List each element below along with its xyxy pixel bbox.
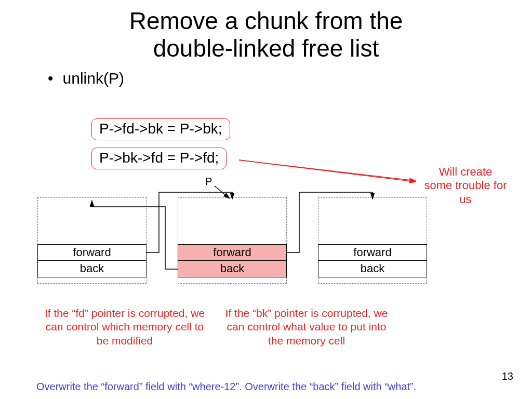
bullet-unlink: unlink(P): [0, 70, 532, 87]
chunk-left-forward: forward: [37, 244, 147, 261]
chunk-left-back: back: [37, 261, 147, 277]
trouble-annotation: Will create some trouble for us: [424, 165, 507, 206]
caption-fd-corrupted: If the “fd” pointer is corrupted, we can…: [42, 307, 208, 348]
svg-line-4: [239, 160, 416, 181]
svg-line-3: [215, 186, 230, 198]
chunk-mid-forward: forward: [178, 244, 287, 261]
linked-list-diagram: forward back forward back forward back: [37, 197, 495, 296]
p-label: P: [205, 176, 212, 188]
caption-bk-corrupted: If the “bk” pointer is corrupted, we can…: [223, 307, 390, 348]
chunk-mid-back: back: [178, 261, 287, 277]
title-line2: double-linked free list: [153, 35, 379, 62]
svg-line-1: [239, 160, 416, 182]
svg-line-0: [215, 186, 229, 198]
overwrite-note: Overwrite the “forward” field with “wher…: [36, 381, 416, 393]
code-line-1: P->fd->bk = P->bk;: [91, 118, 230, 140]
chunk-right: forward back: [318, 197, 427, 284]
chunk-right-back: back: [318, 261, 427, 277]
code-line-2: P->bk->fd = P->fd;: [91, 148, 227, 169]
chunk-right-forward: forward: [318, 244, 427, 261]
page-number: 13: [502, 370, 513, 382]
title-line1: Remove a chunk from the: [129, 7, 403, 34]
chunk-middle: forward back: [178, 197, 287, 284]
slide-title: Remove a chunk from the double-linked fr…: [0, 0, 532, 62]
chunk-left: forward back: [37, 197, 147, 284]
